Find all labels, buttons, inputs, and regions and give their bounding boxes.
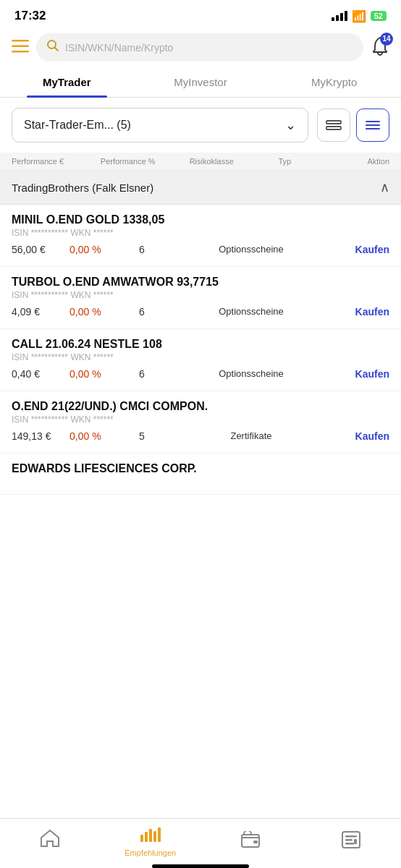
wallet-icon — [240, 831, 261, 851]
view-toggle — [317, 109, 389, 142]
stock-isin: ISIN *********** WKN ****** — [12, 414, 389, 425]
stock-risk: 6 — [127, 306, 156, 318]
stock-perf-pct: 0,00 % — [69, 244, 127, 255]
status-bar: 17:32 📶 52 — [0, 0, 401, 27]
section-header: TradingBrothers (Falk Elsner) ∧ — [0, 171, 401, 205]
svg-rect-5 — [326, 121, 341, 124]
stock-item: O.END 21(22/UND.) CMCI COMPON. ISIN ****… — [0, 391, 401, 454]
kaufen-button-3[interactable]: Kaufen — [346, 430, 389, 442]
svg-rect-14 — [158, 827, 161, 842]
svg-rect-2 — [12, 51, 29, 53]
stock-isin: ISIN *********** WKN ****** — [12, 290, 389, 300]
col-perf-eur: Performance € — [12, 157, 101, 166]
svg-rect-21 — [354, 839, 357, 844]
tab-mykrypto[interactable]: MyKrypto — [267, 67, 401, 97]
news-icon — [341, 830, 361, 852]
section-title: TradingBrothers (Falk Elsner) — [12, 182, 153, 194]
search-bar[interactable]: ISIN/WKN/Name/Krypto — [36, 33, 363, 61]
empfehlungen-chart-icon — [139, 825, 162, 846]
status-time: 17:32 — [14, 9, 46, 23]
signal-bars-icon — [332, 11, 347, 21]
wifi-icon: 📶 — [352, 9, 366, 23]
nav-wallet[interactable] — [200, 831, 301, 851]
kaufen-button-0[interactable]: Kaufen — [346, 244, 389, 255]
notification-badge: 14 — [380, 33, 393, 46]
svg-rect-16 — [253, 841, 258, 843]
bottom-nav: Empfehlungen — [0, 818, 401, 868]
search-icon — [46, 39, 59, 56]
stock-item: EDWARDS LIFESCIENCES CORP. — [0, 454, 401, 495]
svg-rect-6 — [326, 127, 341, 129]
svg-rect-12 — [149, 829, 152, 842]
stock-name: EDWARDS LIFESCIENCES CORP. — [12, 462, 389, 475]
stock-perf-pct: 0,00 % — [69, 306, 127, 318]
nav-home[interactable] — [0, 829, 101, 853]
stock-name: CALL 21.06.24 NESTLE 108 — [12, 338, 389, 351]
svg-line-4 — [55, 48, 59, 51]
bell-icon — [371, 46, 389, 59]
stock-isin: ISIN *********** WKN ****** — [12, 352, 389, 362]
list-view-button[interactable] — [356, 109, 389, 142]
stock-name: TURBOL O.END AMWATWOR 93,7715 — [12, 276, 389, 289]
tab-myinvestor[interactable]: MyInvestor — [134, 67, 268, 97]
trader-selector-row: Star-Trader-Em... (5) ⌄ — [0, 98, 401, 153]
main-tabs: MyTrader MyInvestor MyKrypto — [0, 67, 401, 98]
col-perf-pct: Performance % — [101, 157, 190, 166]
chevron-up-icon[interactable]: ∧ — [380, 179, 389, 195]
stock-type: Optionsscheine — [156, 368, 346, 380]
home-indicator — [152, 864, 249, 868]
nav-empfehlungen[interactable]: Empfehlungen — [101, 825, 201, 857]
svg-rect-0 — [12, 40, 29, 42]
stock-item: TURBOL O.END AMWATWOR 93,7715 ISIN *****… — [0, 267, 401, 329]
notification-bell[interactable]: 14 — [371, 36, 389, 59]
stock-perf-eur: 149,13 € — [12, 430, 69, 442]
hamburger-menu-icon[interactable] — [12, 38, 29, 57]
grid-view-button[interactable] — [317, 109, 350, 142]
svg-rect-19 — [345, 839, 353, 841]
col-risk: Risikoklasse — [190, 157, 279, 166]
stock-risk: 6 — [127, 244, 156, 255]
svg-rect-13 — [153, 831, 156, 842]
stock-risk: 5 — [127, 430, 156, 442]
svg-rect-10 — [140, 835, 143, 842]
tab-mytrader[interactable]: MyTrader — [0, 67, 134, 97]
svg-rect-20 — [345, 843, 354, 845]
stock-item: MINIL O.END GOLD 1338,05 ISIN **********… — [0, 205, 401, 267]
stock-data-row: 149,13 € 0,00 % 5 Zertifikate Kaufen — [12, 430, 389, 443]
col-action: Aktion — [337, 157, 389, 166]
header: ISIN/WKN/Name/Krypto 14 — [0, 27, 401, 67]
stock-name: MINIL O.END GOLD 1338,05 — [12, 213, 389, 226]
dropdown-arrow-icon: ⌄ — [285, 117, 296, 133]
battery-indicator: 52 — [371, 11, 387, 21]
stock-item: CALL 21.06.24 NESTLE 108 ISIN **********… — [0, 329, 401, 391]
stock-perf-pct: 0,00 % — [69, 368, 127, 380]
stock-type: Optionsscheine — [156, 244, 346, 256]
kaufen-button-1[interactable]: Kaufen — [346, 306, 389, 318]
svg-rect-11 — [145, 832, 148, 842]
column-headers: Performance € Performance % Risikoklasse… — [0, 153, 401, 171]
stock-perf-pct: 0,00 % — [69, 430, 127, 442]
stock-type: Optionsscheine — [156, 306, 346, 318]
svg-rect-1 — [12, 45, 29, 47]
trader-name: Star-Trader-Em... (5) — [24, 119, 131, 132]
stock-data-row: 56,00 € 0,00 % 6 Optionsscheine Kaufen — [12, 244, 389, 256]
stock-data-row: 4,09 € 0,00 % 6 Optionsscheine Kaufen — [12, 306, 389, 318]
stock-perf-eur: 4,09 € — [12, 306, 69, 318]
stock-risk: 6 — [127, 368, 156, 380]
trader-dropdown[interactable]: Star-Trader-Em... (5) ⌄ — [12, 108, 308, 142]
empfehlungen-label: Empfehlungen — [124, 848, 176, 857]
kaufen-button-2[interactable]: Kaufen — [346, 368, 389, 380]
stock-data-row: 0,40 € 0,00 % 6 Optionsscheine Kaufen — [12, 368, 389, 380]
search-placeholder: ISIN/WKN/Name/Krypto — [65, 42, 173, 54]
stock-isin: ISIN *********** WKN ****** — [12, 228, 389, 238]
stock-name: O.END 21(22/UND.) CMCI COMPON. — [12, 400, 389, 413]
stock-type: Zertifikate — [156, 430, 346, 443]
home-icon — [40, 829, 60, 853]
status-icons: 📶 52 — [332, 9, 387, 23]
stock-perf-eur: 56,00 € — [12, 244, 69, 255]
main-content: Star-Trader-Em... (5) ⌄ Performance € Pe… — [0, 98, 401, 553]
svg-rect-18 — [345, 835, 357, 838]
nav-news[interactable] — [301, 830, 402, 852]
col-type: Typ — [278, 157, 337, 166]
stock-perf-eur: 0,40 € — [12, 368, 69, 380]
